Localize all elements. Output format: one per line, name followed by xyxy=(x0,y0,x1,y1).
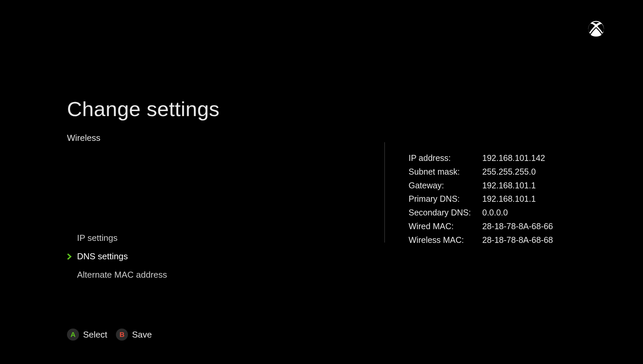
info-value: 28-18-78-8A-68-68 xyxy=(482,235,553,246)
menu-item-label: DNS settings xyxy=(77,251,128,262)
hint-select: A Select xyxy=(67,329,107,341)
menu-item-dns-settings[interactable]: DNS settings xyxy=(67,250,384,263)
info-value: 192.168.101.1 xyxy=(482,193,536,205)
info-value: 192.168.101.142 xyxy=(482,153,545,164)
hint-label: Select xyxy=(83,330,107,340)
info-label: Wired MAC: xyxy=(409,221,482,232)
info-value: 28-18-78-8A-68-66 xyxy=(482,221,553,232)
info-row-gateway: Gateway: 192.168.101.1 xyxy=(409,180,553,191)
info-label: Gateway: xyxy=(409,180,482,191)
info-label: IP address: xyxy=(409,153,482,164)
info-value: 0.0.0.0 xyxy=(482,207,508,218)
menu-item-label: IP settings xyxy=(77,233,118,243)
info-row-subnet-mask: Subnet mask: 255.255.255.0 xyxy=(409,166,553,178)
info-label: Wireless MAC: xyxy=(409,235,482,246)
hint-save: B Save xyxy=(116,329,152,341)
b-button-icon: B xyxy=(116,329,128,341)
info-label: Primary DNS: xyxy=(409,193,482,205)
info-label: Secondary DNS: xyxy=(409,207,482,218)
info-label: Subnet mask: xyxy=(409,166,482,178)
info-row-wired-mac: Wired MAC: 28-18-78-8A-68-66 xyxy=(409,221,553,232)
hint-label: Save xyxy=(132,330,152,340)
menu-item-alternate-mac[interactable]: Alternate MAC address xyxy=(67,268,384,281)
vertical-divider xyxy=(384,142,385,243)
connection-type-label: Wireless xyxy=(67,133,589,143)
info-row-secondary-dns: Secondary DNS: 0.0.0.0 xyxy=(409,207,553,218)
info-row-wireless-mac: Wireless MAC: 28-18-78-8A-68-68 xyxy=(409,235,553,246)
info-value: 192.168.101.1 xyxy=(482,180,536,191)
info-row-primary-dns: Primary DNS: 192.168.101.1 xyxy=(409,193,553,205)
info-row-ip-address: IP address: 192.168.101.142 xyxy=(409,153,553,164)
menu-item-label: Alternate MAC address xyxy=(77,270,167,280)
xbox-logo-icon xyxy=(587,19,605,39)
page-title: Change settings xyxy=(67,97,589,121)
a-button-icon: A xyxy=(67,329,79,341)
info-value: 255.255.255.0 xyxy=(482,166,536,178)
menu-item-ip-settings[interactable]: IP settings xyxy=(67,232,384,245)
chevron-right-icon xyxy=(67,253,75,260)
button-hints: A Select B Save xyxy=(67,329,152,341)
network-info-panel: IP address: 192.168.101.142 Subnet mask:… xyxy=(409,153,553,248)
settings-menu: IP settings DNS settings Alternate MAC a… xyxy=(67,151,384,287)
